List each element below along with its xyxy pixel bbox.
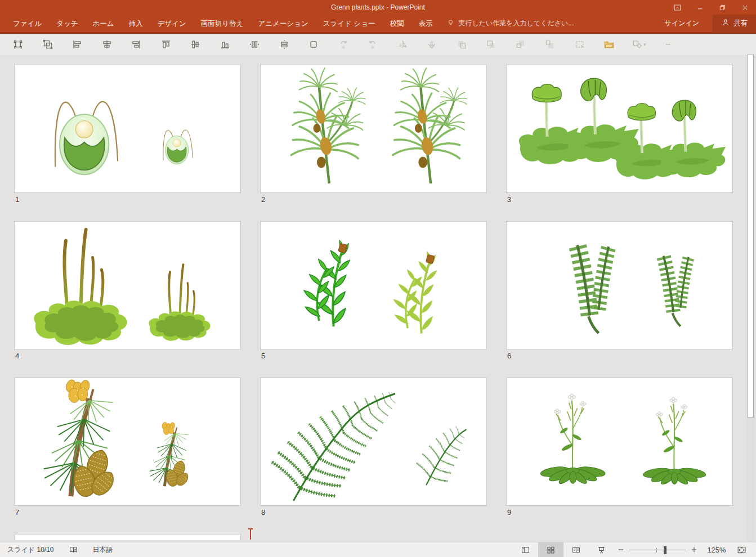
- toolbar-flip-horizontal-button: [388, 36, 418, 53]
- status-right: 125%: [513, 542, 756, 557]
- fit-slide-to-window-button[interactable]: [732, 542, 750, 557]
- slide-cell: 2: [260, 65, 487, 221]
- toolbar-rotate-right-button: [329, 36, 359, 53]
- toolbar-align-middle-button[interactable]: [181, 36, 211, 53]
- language-indicator[interactable]: 日本語: [93, 545, 113, 555]
- slide-thumbnail-4-moss-clump[interactable]: [14, 221, 241, 349]
- ribbon-tab-animations[interactable]: アニメーション: [250, 14, 315, 33]
- toolbar-align-left-button[interactable]: [62, 36, 92, 53]
- slide-thumbnail-8-fern[interactable]: [260, 378, 487, 506]
- toolbar-rotate-left-button: [358, 36, 388, 53]
- toolbar-size-position-button[interactable]: [3, 36, 33, 53]
- slide-cell: 5: [260, 221, 487, 378]
- slide-counter[interactable]: スライド 10/10: [7, 545, 54, 555]
- ribbon-right: サインイン 共有: [651, 14, 756, 33]
- slide-number: 9: [506, 508, 733, 516]
- slide-thumbnail-2-stonewort[interactable]: [260, 65, 487, 193]
- toolbar-distribute-vertical-button[interactable]: [270, 36, 299, 53]
- status-bar: スライド 10/10 日本語 125%: [0, 542, 756, 557]
- toolbar-selection-outline-button: [565, 36, 595, 53]
- toolbar-send-to-back-button: [535, 36, 565, 53]
- lightbulb-icon: [446, 19, 455, 29]
- tell-me-box[interactable]: 実行したい作業を入力してください...: [446, 19, 574, 29]
- reading-view-button[interactable]: [563, 542, 589, 557]
- sorter-view-button[interactable]: [538, 542, 563, 557]
- minimize-button[interactable]: [688, 0, 711, 15]
- ribbon-tab-slideshow[interactable]: スライド ショー: [316, 14, 383, 33]
- toolbar-align-right-button[interactable]: [122, 36, 151, 53]
- ribbon-tab-insert[interactable]: 挿入: [122, 14, 150, 33]
- status-left: スライド 10/10 日本語: [0, 545, 113, 555]
- maximize-button[interactable]: [711, 0, 733, 15]
- toolbar-more-button: [654, 36, 683, 53]
- sign-in-button[interactable]: サインイン: [651, 19, 713, 28]
- zoom-in-button[interactable]: [687, 542, 701, 557]
- quick-access-toolbar: ▾: [0, 34, 756, 55]
- slide-thumbnail-5-leafy-moss[interactable]: [260, 221, 487, 349]
- slide-cell: 4: [14, 221, 241, 378]
- toolbar-bring-forward-button: [447, 36, 477, 53]
- ribbon-tab-home[interactable]: ホーム: [86, 14, 122, 33]
- zoom-slider-tick: [656, 548, 657, 552]
- slide-number: 8: [260, 508, 487, 516]
- ribbon-tab-touch[interactable]: タッチ: [49, 14, 85, 33]
- toolbar-align-center-button[interactable]: [92, 36, 122, 53]
- ribbon-tab-bar: ファイルタッチホーム挿入デザイン画面切り替えアニメーションスライド ショー校閲表…: [0, 15, 756, 34]
- toolbar-shape-button[interactable]: [299, 36, 329, 53]
- slide-thumbnail-1-green-algae[interactable]: [14, 65, 241, 193]
- spellcheck-icon[interactable]: [69, 545, 78, 555]
- toolbar-send-backward-button: [476, 36, 506, 53]
- toolbar-align-top-button[interactable]: [151, 36, 181, 53]
- toolbar-merge-shapes-button: ▾: [624, 36, 654, 53]
- slide-number: 4: [14, 352, 241, 360]
- window-controls: [666, 0, 756, 15]
- ribbon-tab-design[interactable]: デザイン: [150, 14, 194, 33]
- share-label: 共有: [733, 19, 748, 28]
- titlebar[interactable]: Grenn plants.pptx - PowerPoint: [0, 0, 756, 15]
- vertical-scrollbar[interactable]: [746, 55, 755, 542]
- tell-me-label: 実行したい作業を入力してください...: [458, 19, 574, 28]
- slide-thumbnail-6-clubmoss[interactable]: [506, 221, 733, 349]
- toolbar-bring-to-front-button: [506, 36, 536, 53]
- slide-cell: 8: [260, 378, 487, 534]
- slide-cell: 7: [14, 378, 241, 534]
- slideshow-view-button[interactable]: [589, 542, 614, 557]
- share-button[interactable]: 共有: [713, 14, 756, 33]
- slide-cell: 6: [506, 221, 733, 378]
- window-title: Grenn plants.pptx - PowerPoint: [0, 0, 756, 15]
- slide-number: 7: [14, 508, 241, 516]
- ribbon-tab-file[interactable]: ファイル: [6, 14, 49, 33]
- zoom-slider-knob[interactable]: [664, 546, 666, 554]
- toolbar-group-objects-button[interactable]: [33, 36, 63, 53]
- ribbon-tab-view[interactable]: 表示: [411, 14, 440, 33]
- ribbon-tab-review[interactable]: 校閲: [382, 14, 411, 33]
- slide-number: 6: [506, 352, 733, 360]
- toolbar-open-folder-button[interactable]: [594, 36, 624, 53]
- view-switcher: [513, 542, 614, 557]
- slide-number: 3: [506, 195, 733, 204]
- person-icon: [721, 18, 730, 29]
- zoom-slider-track: [629, 550, 686, 551]
- insertion-point: [250, 528, 251, 540]
- slide-sorter-workspace: 1 2 3: [0, 55, 756, 542]
- slide-thumbnail-3-liverwort[interactable]: [506, 65, 733, 193]
- ribbon-display-options-button[interactable]: [666, 0, 688, 15]
- slide-thumbnail-10-partial[interactable]: [14, 534, 241, 540]
- slide-cell: 1: [14, 65, 241, 221]
- zoom-out-button[interactable]: [614, 542, 628, 557]
- zoom-slider[interactable]: [628, 542, 687, 557]
- scrollbar-thumb[interactable]: [747, 55, 754, 417]
- ribbon-tab-transitions[interactable]: 画面切り替え: [194, 14, 251, 33]
- zoom-level[interactable]: 125%: [701, 546, 732, 554]
- normal-view-button[interactable]: [513, 542, 538, 557]
- slide-number: 2: [260, 195, 487, 204]
- toolbar-align-bottom-button[interactable]: [211, 36, 240, 53]
- slide-cell: 3: [506, 65, 733, 221]
- close-button[interactable]: [733, 0, 756, 15]
- toolbar-distribute-horizontal-button[interactable]: [240, 36, 270, 53]
- slide-thumbnail-7-pine-cones[interactable]: [14, 378, 241, 506]
- powerpoint-window: Grenn plants.pptx - PowerPoint ファイルタッチホー…: [0, 0, 756, 557]
- slide-number: 1: [14, 195, 241, 204]
- slide-thumbnail-9-flowering-plant[interactable]: [506, 378, 733, 506]
- ribbon-tabs: ファイルタッチホーム挿入デザイン画面切り替えアニメーションスライド ショー校閲表…: [6, 14, 440, 33]
